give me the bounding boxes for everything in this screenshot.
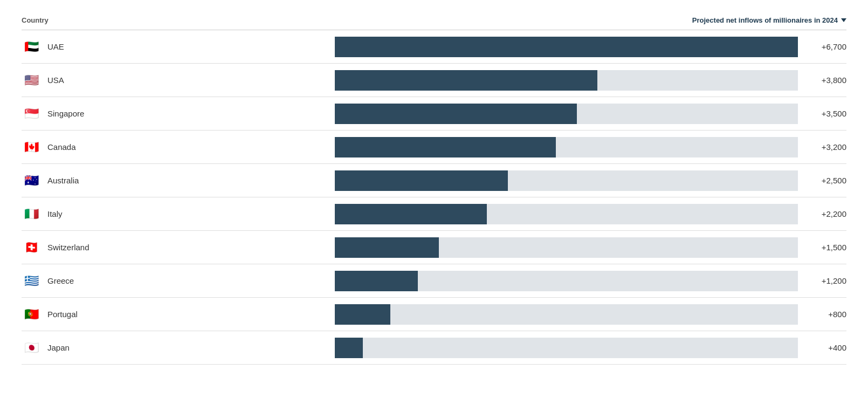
country-name-japan: Japan — [47, 343, 70, 352]
sort-arrow-icon[interactable] — [841, 18, 846, 22]
value-cell-usa: +3,800 — [803, 76, 846, 85]
table-row: 🇸🇬 Singapore +3,500 — [22, 97, 846, 131]
table-row: 🇨🇭 Switzerland +1,500 — [22, 231, 846, 264]
country-name-italy: Italy — [47, 209, 63, 218]
bar-track-singapore — [335, 104, 798, 124]
country-cell-portugal: 🇵🇹 Portugal — [22, 299, 335, 330]
data-rows: 🇦🇪 UAE +6,700 🇺🇸 USA +3,800 🇸🇬 Singapore — [22, 30, 846, 365]
bar-fill-uae — [335, 37, 798, 57]
flag-icon-italy: 🇮🇹 — [22, 204, 41, 224]
country-name-singapore: Singapore — [47, 109, 84, 118]
bar-track-portugal — [335, 304, 798, 325]
flag-icon-switzerland: 🇨🇭 — [22, 238, 41, 257]
value-cell-uae: +6,700 — [803, 42, 846, 51]
bar-fill-singapore — [335, 104, 577, 124]
value-cell-japan: +400 — [803, 343, 846, 352]
country-name-switzerland: Switzerland — [47, 243, 89, 252]
bar-cell-portugal — [335, 304, 803, 325]
bar-fill-switzerland — [335, 237, 438, 258]
bar-cell-usa — [335, 70, 803, 91]
bar-track-italy — [335, 204, 798, 224]
country-cell-japan: 🇯🇵 Japan — [22, 333, 335, 363]
country-cell-switzerland: 🇨🇭 Switzerland — [22, 232, 335, 263]
table-row: 🇺🇸 USA +3,800 — [22, 64, 846, 97]
flag-icon-singapore: 🇸🇬 — [22, 104, 41, 124]
country-name-uae: UAE — [47, 42, 64, 51]
flag-icon-australia: 🇦🇺 — [22, 171, 41, 190]
table-row: 🇯🇵 Japan +400 — [22, 331, 846, 365]
country-cell-singapore: 🇸🇬 Singapore — [22, 99, 335, 129]
bar-track-australia — [335, 170, 798, 191]
bar-cell-uae — [335, 37, 803, 57]
column-header-metric[interactable]: Projected net inflows of millionaires in… — [335, 16, 846, 24]
bar-fill-usa — [335, 70, 597, 91]
value-cell-greece: +1,200 — [803, 276, 846, 285]
flag-icon-canada: 🇨🇦 — [22, 138, 41, 157]
country-name-australia: Australia — [47, 176, 79, 185]
value-cell-portugal: +800 — [803, 310, 846, 319]
country-name-portugal: Portugal — [47, 310, 78, 319]
country-cell-usa: 🇺🇸 USA — [22, 65, 335, 95]
bar-fill-canada — [335, 137, 556, 157]
country-cell-canada: 🇨🇦 Canada — [22, 132, 335, 162]
value-cell-singapore: +3,500 — [803, 109, 846, 118]
country-cell-greece: 🇬🇷 Greece — [22, 266, 335, 296]
chart-container: Country Projected net inflows of million… — [22, 11, 846, 365]
bar-cell-switzerland — [335, 237, 803, 258]
value-cell-canada: +3,200 — [803, 142, 846, 152]
table-row: 🇬🇷 Greece +1,200 — [22, 264, 846, 298]
bar-fill-italy — [335, 204, 487, 224]
country-name-usa: USA — [47, 76, 64, 85]
bar-track-canada — [335, 137, 798, 157]
country-cell-uae: 🇦🇪 UAE — [22, 32, 335, 62]
table-row: 🇵🇹 Portugal +800 — [22, 298, 846, 331]
bar-track-usa — [335, 70, 798, 91]
bar-cell-italy — [335, 204, 803, 224]
table-header: Country Projected net inflows of million… — [22, 11, 846, 30]
table-row: 🇦🇺 Australia +2,500 — [22, 164, 846, 197]
column-header-country: Country — [22, 16, 335, 24]
table-row: 🇨🇦 Canada +3,200 — [22, 131, 846, 164]
table-row: 🇮🇹 Italy +2,200 — [22, 197, 846, 231]
bar-track-uae — [335, 37, 798, 57]
bar-fill-japan — [335, 338, 362, 358]
bar-fill-portugal — [335, 304, 390, 325]
table-row: 🇦🇪 UAE +6,700 — [22, 30, 846, 64]
value-cell-australia: +2,500 — [803, 176, 846, 185]
flag-icon-greece: 🇬🇷 — [22, 271, 41, 291]
bar-cell-singapore — [335, 104, 803, 124]
country-name-canada: Canada — [47, 142, 76, 152]
bar-cell-australia — [335, 170, 803, 191]
bar-cell-greece — [335, 271, 803, 291]
flag-icon-uae: 🇦🇪 — [22, 37, 41, 57]
value-cell-italy: +2,200 — [803, 209, 846, 218]
country-cell-australia: 🇦🇺 Australia — [22, 166, 335, 196]
bar-track-greece — [335, 271, 798, 291]
country-name-greece: Greece — [47, 276, 74, 285]
value-cell-switzerland: +1,500 — [803, 243, 846, 252]
bar-fill-australia — [335, 170, 507, 191]
flag-icon-usa: 🇺🇸 — [22, 71, 41, 90]
bar-cell-japan — [335, 338, 803, 358]
bar-track-japan — [335, 338, 798, 358]
bar-fill-greece — [335, 271, 418, 291]
country-cell-italy: 🇮🇹 Italy — [22, 199, 335, 229]
bar-track-switzerland — [335, 237, 798, 258]
flag-icon-japan: 🇯🇵 — [22, 338, 41, 358]
flag-icon-portugal: 🇵🇹 — [22, 305, 41, 324]
bar-cell-canada — [335, 137, 803, 157]
